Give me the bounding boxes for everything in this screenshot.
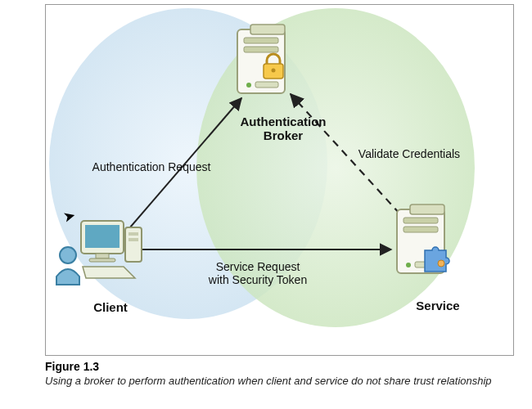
svg-point-21 (438, 260, 444, 267)
edge-label-service-request-line2: with Security Token (209, 273, 307, 286)
svg-rect-12 (89, 258, 115, 262)
client-label: Client (82, 300, 139, 314)
edge-label-auth-request: Authentication Request (78, 160, 225, 173)
svg-rect-14 (128, 238, 138, 241)
puzzle-icon (425, 247, 449, 272)
svg-point-7 (272, 69, 276, 73)
service-icon (397, 204, 449, 273)
edge-label-validate: Validate Credentials (340, 147, 479, 160)
broker-server-icon (237, 25, 285, 93)
figure-caption: Figure 1.3 Using a broker to perform aut… (45, 360, 512, 387)
svg-point-8 (60, 247, 76, 263)
svg-point-19 (406, 263, 411, 267)
caption-text: Using a broker to perform authentication… (45, 375, 512, 387)
svg-point-4 (246, 83, 251, 88)
svg-rect-18 (404, 227, 438, 232)
svg-rect-11 (96, 254, 109, 258)
service-label: Service (405, 299, 471, 312)
svg-rect-2 (244, 38, 278, 43)
svg-rect-16 (410, 204, 444, 214)
svg-rect-13 (128, 232, 138, 236)
edge-label-service-request-line1: Service Request (216, 260, 300, 273)
svg-rect-3 (244, 47, 278, 52)
user-icon (56, 247, 79, 285)
broker-label: AuthenticationBroker (226, 115, 340, 143)
svg-rect-17 (404, 218, 438, 223)
svg-rect-10 (85, 225, 119, 248)
caption-title: Figure 1.3 (45, 360, 512, 373)
edge-label-service-request: Service Request with Security Token (184, 260, 331, 286)
svg-rect-1 (250, 25, 285, 34)
svg-rect-5 (255, 82, 278, 88)
